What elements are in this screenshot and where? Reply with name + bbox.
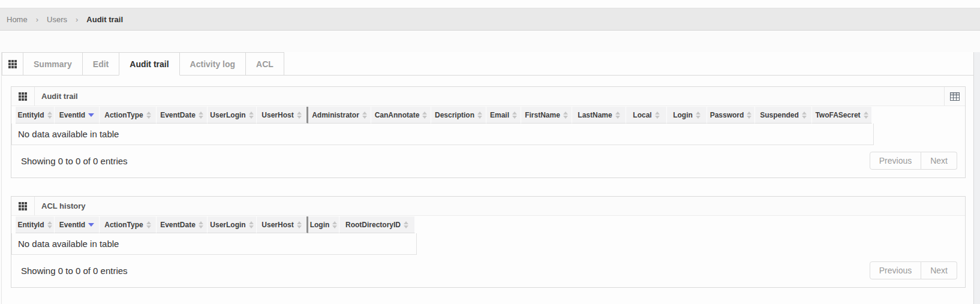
column-label: Local [633, 111, 651, 119]
column-label: UserLogin [210, 221, 245, 229]
column-label: Administrator [312, 111, 359, 119]
column-label: RootDirectoryID [345, 221, 401, 229]
grid-icon [19, 92, 27, 101]
sort-icon [362, 112, 367, 119]
sort-icon [199, 221, 203, 228]
pagination: Previous Next [870, 261, 957, 279]
breadcrumb-item-current: Audit trail [86, 15, 123, 24]
sort-icon [249, 112, 254, 119]
column-header-email[interactable]: Email [486, 107, 521, 124]
column-header-local[interactable]: Local [626, 107, 667, 124]
column-header-actiontype[interactable]: ActionType [100, 216, 157, 233]
sort-icon [655, 112, 660, 119]
grid-icon [19, 202, 27, 210]
column-label: ActionType [104, 221, 143, 229]
sort-icon [615, 112, 620, 119]
tab-activity-log[interactable]: Activity log [179, 52, 246, 75]
next-button[interactable]: Next [921, 152, 957, 170]
column-header-description[interactable]: Description [431, 107, 486, 124]
panel-audit-trail: Audit trail EntityIdEventIdActionTypeEve… [11, 86, 966, 178]
column-header-actiontype[interactable]: ActionType [100, 107, 157, 124]
sort-icon [802, 112, 807, 119]
panel-grid-icon-cell [11, 87, 35, 106]
sort-icon [332, 221, 337, 228]
panel-title: ACL history [41, 201, 85, 210]
column-visibility-button[interactable] [944, 87, 965, 106]
table-footer: Showing 0 to 0 of 0 entries Previous Nex… [11, 145, 965, 177]
column-header-eventdate[interactable]: EventDate [157, 216, 208, 233]
sort-icon [696, 112, 701, 119]
column-header-eventid[interactable]: EventId [55, 107, 100, 124]
column-header-entityid[interactable]: EntityId [16, 107, 55, 124]
column-header-suspended[interactable]: Suspended [755, 107, 812, 124]
column-label: CanAnnotate [375, 111, 420, 119]
breadcrumb: Home › Users › Audit trail [0, 8, 980, 31]
column-header-password[interactable]: Password [707, 107, 755, 124]
column-label: EntityId [18, 221, 44, 229]
panel-title: Audit trail [41, 92, 78, 101]
tab-content: Audit trail EntityIdEventIdActionTypeEve… [2, 76, 973, 304]
sort-icon [404, 221, 408, 228]
tab-audit-trail[interactable]: Audit trail [119, 52, 179, 76]
column-header-userlogin[interactable]: UserLogin [208, 216, 257, 233]
sort-icon [477, 112, 482, 119]
column-header-eventdate[interactable]: EventDate [157, 107, 208, 124]
tab-acl[interactable]: ACL [245, 52, 284, 75]
column-label: UserHost [261, 111, 293, 119]
column-label: LastName [578, 111, 612, 119]
column-header-canannotate[interactable]: CanAnnotate [371, 107, 431, 124]
tab-summary[interactable]: Summary [23, 52, 83, 75]
column-header-login[interactable]: Login [308, 216, 339, 233]
tab-grid-menu[interactable] [2, 52, 23, 75]
sort-icon [47, 112, 52, 119]
panel-header: Audit trail [11, 87, 965, 106]
column-header-lastname[interactable]: LastName [572, 107, 626, 124]
empty-row: No data available in table [11, 124, 874, 145]
column-header-eventid[interactable]: EventId [55, 216, 100, 233]
column-label: FirstName [525, 111, 560, 119]
table-info: Showing 0 to 0 of 0 entries [21, 266, 128, 276]
panel-acl-history: ACL history EntityIdEventIdActionTypeEve… [11, 196, 966, 288]
sort-icon [512, 112, 517, 119]
column-label: UserHost [261, 221, 293, 229]
column-label: UserLogin [210, 111, 245, 119]
table-header-row: EntityIdEventIdActionTypeEventDateUserLo… [16, 216, 965, 233]
grid-icon [8, 60, 17, 68]
column-header-userlogin[interactable]: UserLogin [208, 107, 257, 124]
tab-bar: Summary Edit Audit trail Activity log AC… [2, 52, 973, 76]
sort-icon [88, 223, 94, 227]
column-label: ActionType [104, 111, 143, 119]
panel-grid-icon-cell [11, 197, 35, 215]
column-label: EntityId [18, 111, 44, 119]
column-label: Suspended [760, 111, 799, 119]
column-label: Login [673, 111, 693, 119]
column-header-entityid[interactable]: EntityId [16, 216, 55, 233]
column-label: EventDate [160, 111, 196, 119]
column-label: Login [310, 221, 330, 229]
column-header-rootdirectoryid[interactable]: RootDirectoryID [339, 216, 415, 233]
sort-icon [88, 113, 94, 117]
panel-header: ACL history [11, 197, 965, 216]
table-icon [950, 92, 960, 101]
column-header-login[interactable]: Login [667, 107, 707, 124]
breadcrumb-item-users[interactable]: Users [47, 15, 67, 24]
previous-button[interactable]: Previous [870, 261, 921, 279]
column-header-firstname[interactable]: FirstName [521, 107, 572, 124]
right-gutter [974, 52, 980, 304]
column-header-twofasecret[interactable]: TwoFASecret [812, 107, 872, 124]
tab-edit[interactable]: Edit [82, 52, 119, 75]
sort-icon [297, 112, 302, 119]
next-button[interactable]: Next [921, 261, 957, 279]
sort-icon [146, 221, 151, 228]
column-header-administrator[interactable]: Administrator [308, 107, 371, 124]
chevron-right-icon: › [76, 15, 78, 24]
column-label: Email [490, 111, 509, 119]
breadcrumb-item-home[interactable]: Home [7, 15, 28, 24]
chevron-right-icon: › [36, 15, 38, 24]
column-header-userhost[interactable]: UserHost [257, 107, 308, 124]
main-area: Summary Edit Audit trail Activity log AC… [0, 52, 980, 304]
table-header-row: EntityIdEventIdActionTypeEventDateUserLo… [16, 107, 965, 124]
column-header-userhost[interactable]: UserHost [257, 216, 308, 233]
column-label: EventId [59, 221, 85, 229]
previous-button[interactable]: Previous [870, 152, 921, 170]
